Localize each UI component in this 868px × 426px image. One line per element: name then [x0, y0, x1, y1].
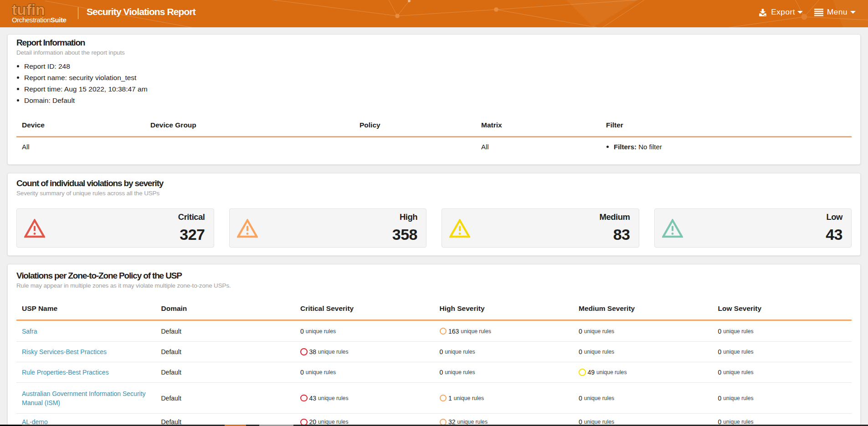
svg-text:tufin: tufin	[12, 1, 45, 17]
